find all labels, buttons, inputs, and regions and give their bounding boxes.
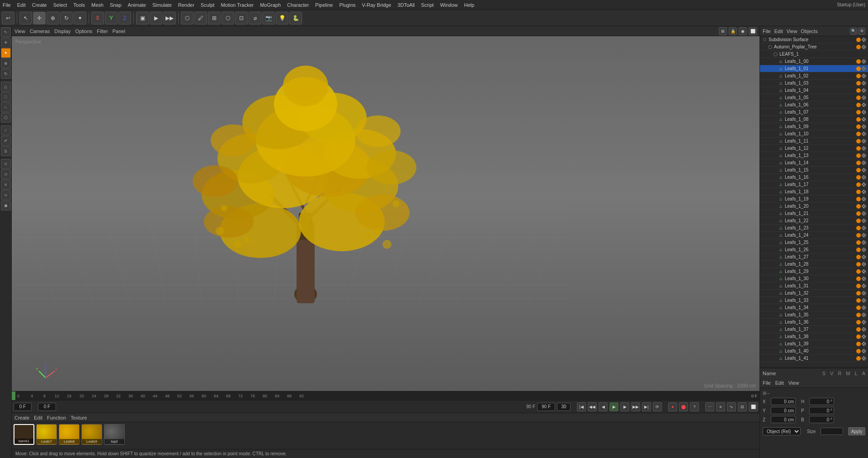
rotate-tool[interactable]: ↻ — [60, 12, 73, 24]
obj-row-leafs-1-32[interactable]: △Leafs_1_32 — [760, 290, 868, 297]
obj-row-leafs-1-13[interactable]: △Leafs_1_13 — [760, 152, 868, 159]
prev-frame-btn[interactable]: ◀ — [599, 402, 608, 411]
left-tool-13[interactable]: ⊃ — [1, 169, 11, 179]
menu-3dtoall[interactable]: 3DToAll — [397, 2, 415, 8]
obj-row-leafs-1-00[interactable]: △Leafs_1_00 — [760, 58, 868, 65]
obj-row-leafs-1-05[interactable]: △Leafs_1_05 — [760, 94, 868, 101]
fcurve-btn[interactable]: ∿ — [727, 402, 736, 411]
viewport[interactable]: Perspective Grid Spacing : 1000 cm X Y Z — [12, 36, 760, 391]
left-tool-3[interactable]: ⊕ — [1, 58, 11, 68]
menu-render[interactable]: Render — [178, 2, 194, 8]
coord-b-input[interactable] — [809, 416, 834, 423]
vp-view-menu[interactable]: View — [14, 29, 25, 34]
obj-row-leafs-1-28[interactable]: △Leafs_1_28 — [760, 261, 868, 268]
panel-search[interactable]: 🔍 — [850, 28, 857, 35]
left-tool-16[interactable]: ◉ — [1, 200, 11, 210]
left-tool-active[interactable]: ✦ — [1, 48, 11, 58]
mat-top2[interactable]: top2 — [104, 424, 125, 445]
mat-leafs9[interactable]: Leafs9 — [81, 424, 102, 445]
next-frame-btn[interactable]: ▶ — [620, 402, 629, 411]
menu-vray[interactable]: V-Ray Bridge — [362, 2, 392, 8]
prev-key-btn[interactable]: ◀◀ — [588, 402, 597, 411]
obj-row-leafs-1-12[interactable]: △Leafs_1_12 — [760, 145, 868, 152]
goto-end-btn[interactable]: ▶| — [642, 402, 651, 411]
vp-options-menu[interactable]: Options — [75, 29, 92, 34]
obj-row-leafs1[interactable]: ◯ LEAFS_1 — [760, 51, 868, 58]
obj-row-leafs-1-30[interactable]: △Leafs_1_30 — [760, 275, 868, 282]
menu-mograph[interactable]: MoGraph — [260, 2, 281, 8]
motion-clip-btn[interactable]: ⋯ — [705, 402, 714, 411]
select-tool[interactable]: ↖ — [19, 12, 32, 24]
menu-snap[interactable]: Snap — [110, 2, 122, 8]
bottom-edit-menu[interactable]: Edit — [775, 380, 784, 386]
obj-row-leafs-1-19[interactable]: △Leafs_1_19 — [760, 196, 868, 203]
size-input[interactable] — [821, 428, 843, 435]
obj-row-leafs-1-37[interactable]: △Leafs_1_37 — [760, 326, 868, 333]
right-edit-menu[interactable]: Edit — [774, 29, 783, 34]
obj-row-leafs-1-16[interactable]: △Leafs_1_16 — [760, 174, 868, 181]
menu-plugins[interactable]: Plugins — [339, 2, 355, 8]
knife-tool[interactable]: ⊞ — [208, 12, 221, 24]
bottom-view-menu[interactable]: View — [788, 380, 799, 386]
obj-row-leafs-1-29[interactable]: △Leafs_1_29 — [760, 268, 868, 275]
obj-row-leafs-1-07[interactable]: △Leafs_1_07 — [760, 109, 868, 116]
mat-leafs7[interactable]: Leafs7 — [36, 424, 57, 445]
left-tool-6[interactable]: □ — [1, 92, 11, 102]
polygon-tool[interactable]: ⬡ — [181, 12, 193, 24]
current-frame-input[interactable] — [38, 403, 56, 411]
obj-row-leafs-1-22[interactable]: △Leafs_1_22 — [760, 217, 868, 224]
undo-button[interactable]: ↩ — [2, 12, 14, 24]
loop-btn[interactable]: ⟳ — [653, 402, 662, 411]
obj-row-leafs-1-41[interactable]: △Leafs_1_41 — [760, 355, 868, 362]
menu-motion-tracker[interactable]: Motion Tracker — [221, 2, 254, 8]
obj-row-leafs-1-27[interactable]: △Leafs_1_27 — [760, 253, 868, 261]
fps-input[interactable] — [557, 403, 571, 411]
menu-simulate[interactable]: Simulate — [152, 2, 172, 8]
goto-start-btn[interactable]: |◀ — [577, 402, 586, 411]
left-tool-8[interactable]: ⬡ — [1, 113, 11, 123]
menu-tools[interactable]: Tools — [73, 2, 85, 8]
play-btn[interactable]: ▶ — [609, 402, 618, 411]
render-view[interactable]: ▶ — [150, 12, 162, 24]
menu-sculpt[interactable]: Sculpt — [201, 2, 215, 8]
vp-solo-btn[interactable]: ◉ — [739, 27, 747, 35]
left-tool-14[interactable]: ≡ — [1, 180, 11, 190]
mat-create[interactable]: Create — [14, 415, 29, 420]
scale-tool[interactable]: ⊕ — [47, 12, 59, 24]
left-tool-10[interactable]: ✐ — [1, 136, 11, 146]
menu-pipeline[interactable]: Pipeline — [315, 2, 333, 8]
obj-row-leafs-1-02[interactable]: △Leafs_1_02 — [760, 72, 868, 80]
light-btn[interactable]: 💡 — [276, 12, 288, 24]
y-axis-btn[interactable]: Y — [105, 12, 118, 24]
camera-tool[interactable]: 📷 — [262, 12, 275, 24]
vp-maximize-btn[interactable]: ⬜ — [749, 27, 757, 35]
left-tool-15[interactable]: ∿ — [1, 190, 11, 200]
coord-y-input[interactable] — [771, 407, 796, 414]
obj-row-leafs-1-36[interactable]: △Leafs_1_36 — [760, 319, 868, 326]
obj-row-leafs-1-01[interactable]: △Leafs_1_01 — [760, 65, 868, 72]
obj-row-leafs-1-23[interactable]: △Leafs_1_23 — [760, 224, 868, 232]
move-tool[interactable]: ✛ — [33, 12, 46, 24]
python-btn[interactable]: 🐍 — [289, 12, 302, 24]
record-btn[interactable]: ● — [668, 402, 677, 411]
menu-edit[interactable]: Edit — [17, 2, 26, 8]
vp-cameras-menu[interactable]: Cameras — [30, 29, 50, 34]
obj-row-leafs-1-06[interactable]: △Leafs_1_06 — [760, 101, 868, 109]
menu-window[interactable]: Window — [440, 2, 458, 8]
left-tool-9[interactable]: ∕ — [1, 125, 11, 135]
mat-texture[interactable]: Texture — [71, 415, 87, 420]
z-axis-btn[interactable]: Z — [118, 12, 131, 24]
obj-row-leafs-1-09[interactable]: △Leafs_1_09 — [760, 123, 868, 130]
obj-row-leafs-1-18[interactable]: △Leafs_1_18 — [760, 188, 868, 196]
vp-fit-btn[interactable]: ⊞ — [719, 27, 727, 35]
obj-row-tree[interactable]: ◯ Autumn_Poplar_Tree — [760, 43, 868, 51]
obj-row-leafs-1-03[interactable]: △Leafs_1_03 — [760, 80, 868, 87]
obj-row-leafs-1-35[interactable]: △Leafs_1_35 — [760, 311, 868, 319]
obj-row-leafs-1-15[interactable]: △Leafs_1_15 — [760, 167, 868, 174]
extrude-tool[interactable]: ⬡ — [222, 12, 234, 24]
next-key-btn[interactable]: ▶▶ — [631, 402, 640, 411]
full-screen-btn[interactable]: ⬜ — [749, 402, 758, 411]
obj-row-leafs-1-08[interactable]: △Leafs_1_08 — [760, 116, 868, 123]
obj-row-leafs-1-11[interactable]: △Leafs_1_11 — [760, 138, 868, 145]
coord-z-input[interactable] — [771, 416, 796, 423]
